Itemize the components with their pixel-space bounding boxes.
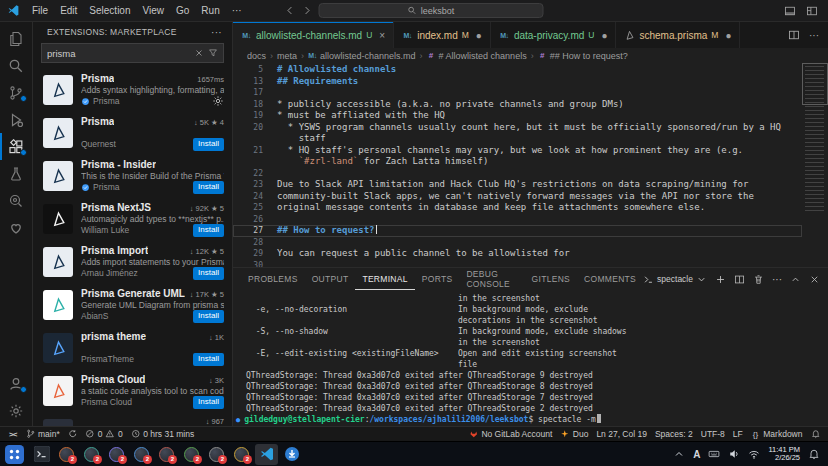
minimap[interactable]: [802, 63, 828, 267]
more-editor-actions-icon[interactable]: ···: [809, 30, 819, 41]
editor-line[interactable]: 24community-built Slack apps, we can't n…: [233, 191, 802, 203]
toggle-panel-icon[interactable]: [784, 5, 796, 17]
taskbar-app-7[interactable]: 2: [205, 444, 228, 465]
nav-back-icon[interactable]: [285, 5, 296, 16]
network-icon[interactable]: [748, 448, 760, 460]
app-launcher-icon[interactable]: [5, 445, 24, 464]
extension-item[interactable]: Prisma - InsiderThis is the Insider Buil…: [33, 154, 232, 197]
filter-icon[interactable]: [208, 48, 218, 58]
dirty-indicator[interactable]: ●: [476, 30, 482, 41]
install-button[interactable]: Install: [193, 181, 224, 194]
tab-allowlisted-channels.md[interactable]: M↓allowlisted-channels.mdU×: [233, 22, 394, 48]
status-encoding[interactable]: UTF-8: [697, 427, 729, 441]
tab-schema.prisma[interactable]: schema.prismaM●: [616, 22, 740, 48]
activity-extensions[interactable]: [0, 133, 32, 160]
close-icon[interactable]: ×: [379, 30, 385, 41]
clock[interactable]: 11:41 PM 2/26/25: [768, 446, 800, 463]
taskbar-vscode[interactable]: [255, 444, 278, 465]
status-notifications[interactable]: [807, 427, 825, 441]
activity-source-control[interactable]: [0, 79, 32, 106]
tab-data-privacy.md[interactable]: M↓data-privacy.mdU●: [491, 22, 617, 48]
panel-tab-debug-console[interactable]: DEBUG CONSOLE: [459, 268, 524, 290]
tray-expand-icon[interactable]: [673, 448, 685, 460]
activity-settings[interactable]: [0, 397, 32, 424]
panel-tab-problems[interactable]: PROBLEMS: [241, 268, 305, 290]
extensions-search-input[interactable]: [47, 44, 190, 62]
editor-line[interactable]: 26: [233, 214, 802, 226]
taskbar-app-5[interactable]: 2: [155, 444, 178, 465]
menu-view[interactable]: View: [137, 0, 171, 21]
sidebar-more-actions[interactable]: ···: [211, 27, 222, 38]
install-button[interactable]: Install: [193, 267, 224, 280]
manage-gear-icon[interactable]: [212, 95, 224, 107]
status-gitlab-account[interactable]: No GitLab Account: [465, 427, 556, 441]
breadcrumb-item[interactable]: docs: [247, 51, 266, 61]
status-eol[interactable]: LF: [729, 427, 747, 441]
dirty-indicator[interactable]: ●: [725, 30, 731, 41]
customize-layout-icon[interactable]: [806, 5, 818, 17]
extension-item[interactable]: Prisma Import↓ 12K ★ 5Adds import statem…: [33, 240, 232, 283]
panel-tab-terminal[interactable]: TERMINAL: [355, 268, 414, 290]
editor-line[interactable]: 5# Allowlisted channels: [233, 64, 802, 76]
taskbar-app-6[interactable]: 2: [180, 444, 203, 465]
panel-tab-comments[interactable]: COMMENTS: [577, 268, 643, 290]
menu-file[interactable]: File: [26, 0, 54, 21]
editor-line[interactable]: 13## Requirements: [233, 76, 802, 88]
status-branch[interactable]: main*: [22, 427, 64, 441]
terminal[interactable]: in the screenshot -e, --no-decoration In…: [233, 290, 828, 426]
minimap-slider[interactable]: [802, 63, 828, 105]
extension-item[interactable]: ↓ 967: [33, 412, 232, 426]
nav-forward-icon[interactable]: [302, 5, 313, 16]
activity-github[interactable]: [0, 214, 32, 241]
status-indentation[interactable]: Spaces: 2: [651, 427, 697, 441]
volume-icon[interactable]: [728, 448, 740, 460]
editor[interactable]: 5# Allowlisted channels13## Requirements…: [233, 63, 828, 267]
extension-item[interactable]: Prisma NextJS↓ 92K ★ 5Automagicly add ty…: [33, 197, 232, 240]
install-button[interactable]: Install: [193, 138, 224, 151]
editor-line[interactable]: 27## How to request?: [233, 225, 802, 237]
install-button[interactable]: Install: [193, 396, 224, 409]
extension-item[interactable]: prisma theme↓ 1KPrismaThemeInstall: [33, 326, 232, 369]
taskbar-app-1[interactable]: 2: [55, 444, 78, 465]
editor-line[interactable]: 29You can request a public channel to be…: [233, 248, 802, 260]
editor-line[interactable]: 22: [233, 168, 802, 180]
close-panel-icon[interactable]: [809, 274, 820, 285]
activity-explorer[interactable]: [0, 25, 32, 52]
new-terminal-icon[interactable]: [715, 274, 726, 285]
editor-line[interactable]: 25original message contents in database …: [233, 202, 802, 214]
breadcrumb-item[interactable]: M↓allowlisted-channels.md: [308, 51, 416, 61]
install-button[interactable]: Install: [193, 353, 224, 366]
split-terminal-icon[interactable]: [734, 274, 745, 285]
editor-line[interactable]: `#zrl-land` for Zach Latta himself): [233, 156, 802, 168]
extension-item[interactable]: Prisma Generate UML↓ 17K ★ 5Generate UML…: [33, 283, 232, 326]
status-remote-indicator[interactable]: ><: [4, 427, 22, 441]
clear-search-icon[interactable]: [194, 48, 204, 58]
panel-tab-gitlens[interactable]: GITLENS: [525, 268, 577, 290]
more-panel-actions-icon[interactable]: ···: [772, 274, 782, 285]
status-gitlab-duo[interactable]: Duo: [556, 427, 592, 441]
breadcrumb-item[interactable]: meta: [277, 51, 297, 61]
extension-item[interactable]: Prisma1657msAdds syntax highlighting, fo…: [33, 68, 232, 111]
command-center-search[interactable]: leeksbot: [319, 3, 544, 18]
taskbar-app-3[interactable]: 2: [105, 444, 128, 465]
activity-gitlens[interactable]: [0, 187, 32, 214]
activity-run-debug[interactable]: [0, 106, 32, 133]
editor-line[interactable]: 28: [233, 237, 802, 249]
panel-tab-output[interactable]: OUTPUT: [305, 268, 356, 290]
tab-index.md[interactable]: M↓index.mdM●: [394, 22, 491, 48]
menu-overflow[interactable]: ···: [226, 5, 248, 16]
install-button[interactable]: Install: [193, 310, 224, 323]
breadcrumb-item[interactable]: ## Allowlisted channels: [427, 51, 527, 61]
editor-line[interactable]: 23Due to Slack API limitation and Hack C…: [233, 179, 802, 191]
terminal-instance[interactable]: spectacle: [643, 274, 707, 285]
editor-line[interactable]: 18* publicly accessible (a.k.a. no priva…: [233, 99, 802, 111]
menu-run[interactable]: Run: [195, 0, 225, 21]
status-problems[interactable]: 00: [81, 427, 126, 441]
editor-line[interactable]: 30: [233, 260, 802, 268]
taskbar-app-8[interactable]: 2: [230, 444, 253, 465]
menu-edit[interactable]: Edit: [54, 0, 83, 21]
chevron-down-icon[interactable]: [696, 274, 707, 285]
extension-item[interactable]: Prisma↓ 5K ★ 4QuernestInstall: [33, 111, 232, 154]
editor-line[interactable]: 20 * YSWS program channels usually count…: [233, 122, 802, 134]
breadcrumb-item[interactable]: ### How to request?: [538, 51, 628, 61]
